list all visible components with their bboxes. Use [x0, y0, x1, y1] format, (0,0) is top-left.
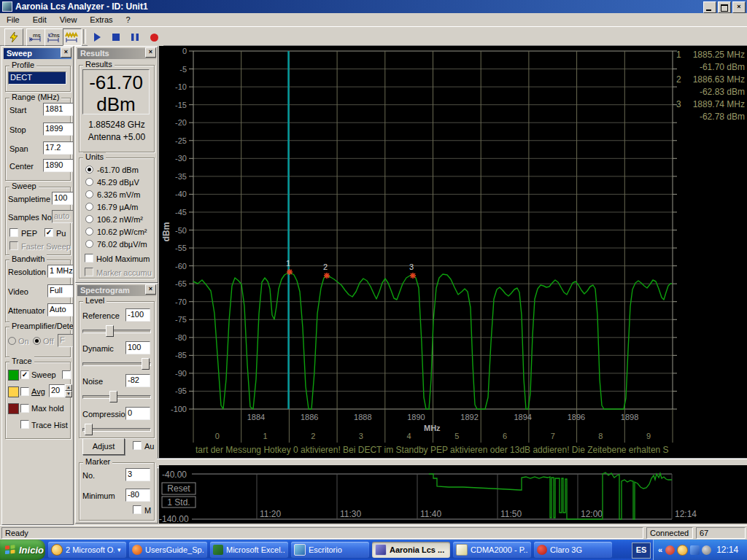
- marker-m-checkbox[interactable]: ✓: [133, 505, 142, 514]
- menu-view[interactable]: View: [53, 14, 84, 26]
- spectrogram-panel-close-icon[interactable]: ×: [145, 284, 156, 295]
- resolution-select[interactable]: 1 MHz: [47, 265, 74, 278]
- record-button[interactable]: [144, 28, 163, 46]
- y-tick-label: -15: [175, 101, 187, 109]
- taskbar-task-5[interactable]: CDMA2000 - P...: [453, 542, 531, 558]
- channel-label: 5: [454, 432, 459, 440]
- menu-extras[interactable]: Extras: [83, 14, 119, 26]
- faster-sweep-label: Faster Sweep: [21, 242, 71, 251]
- language-indicator[interactable]: ES: [632, 542, 651, 559]
- taskbar-task-4[interactable]: Aaronia Lcs ...: [372, 542, 450, 558]
- sweep-panel-close-icon[interactable]: ×: [61, 47, 71, 58]
- menu-edit[interactable]: Edit: [26, 14, 53, 26]
- trace-maxhold-checkbox[interactable]: ✓: [20, 404, 29, 413]
- compression-slider-thumb[interactable]: [85, 424, 93, 435]
- video-select[interactable]: Full: [47, 284, 74, 298]
- y-tick-label: -75: [175, 315, 187, 324]
- minimum-input[interactable]: -80: [125, 489, 150, 502]
- unit-radio-2[interactable]: [85, 190, 93, 198]
- y-tick-label: -70: [175, 298, 187, 306]
- auto-adjust-checkbox[interactable]: ✓: [133, 441, 142, 450]
- taskbar-task-6[interactable]: Claro 3G: [534, 542, 612, 558]
- pause-button[interactable]: [125, 28, 144, 46]
- task-dropdown-icon[interactable]: ▾: [117, 546, 123, 553]
- dynamic-slider[interactable]: [82, 358, 151, 368]
- unit-radio-6[interactable]: [85, 240, 93, 248]
- tray-status-icon[interactable]: [665, 545, 675, 555]
- pu-checkbox[interactable]: ✓: [44, 228, 53, 237]
- attenuator-select[interactable]: Auto: [47, 303, 74, 316]
- profile-input[interactable]: DECT: [8, 71, 66, 85]
- marker-group-label: Marker: [83, 457, 112, 466]
- taskbar-task-1[interactable]: UsersGuide_Sp...: [129, 542, 207, 558]
- unit-radio-5[interactable]: [85, 228, 93, 236]
- marker-no-input[interactable]: 3: [125, 468, 150, 481]
- tray-volume-icon[interactable]: [702, 545, 711, 555]
- results-panel-close-icon[interactable]: ×: [145, 47, 156, 58]
- adjust-button[interactable]: Adjust: [82, 438, 125, 455]
- marker-accumulate-checkbox: ✓: [85, 268, 93, 276]
- stop-input[interactable]: 1899: [43, 122, 74, 136]
- center-input[interactable]: 1890: [43, 159, 74, 172]
- taskbar-task-3[interactable]: Escritorio: [291, 542, 369, 558]
- taskbar-task-2[interactable]: Microsoft Excel...: [210, 542, 288, 558]
- tray-clock-icon[interactable]: [677, 545, 688, 556]
- taskbar-task-0[interactable]: 2 Microsoft O...▾: [48, 542, 126, 558]
- taskbar-task-label: 2 Microsoft O...: [66, 545, 115, 554]
- tray-clock[interactable]: 12:14: [716, 545, 738, 555]
- minimize-button[interactable]: [703, 1, 716, 13]
- start-input[interactable]: 1881: [43, 103, 74, 116]
- dynamic-input[interactable]: 100: [125, 341, 150, 354]
- trace-sweep-checkbox[interactable]: ✓: [20, 370, 29, 379]
- unit-radio-label-6: 76.02 dbµV/m: [97, 240, 147, 249]
- unit-radio-3[interactable]: [85, 203, 93, 211]
- avg-count-input[interactable]: 20: [49, 384, 65, 397]
- pep-checkbox[interactable]: ✓: [9, 228, 18, 237]
- stop-button[interactable]: [107, 28, 125, 46]
- hold-maximum-checkbox[interactable]: ✓: [85, 254, 93, 262]
- sampletime-input[interactable]: 100: [52, 192, 74, 205]
- unit-radio-label-5: 10.62 pW/cm²: [97, 228, 147, 236]
- trace-avg-swatch: [8, 386, 19, 397]
- restore-button[interactable]: [718, 1, 731, 13]
- reset-button-label[interactable]: Reset: [167, 483, 190, 494]
- record-icon: [150, 33, 159, 42]
- y-tick-label: -35: [175, 172, 187, 181]
- noise-slider-thumb[interactable]: [109, 391, 117, 402]
- menu-help[interactable]: ?: [120, 14, 137, 26]
- tray-network-icon[interactable]: [690, 545, 700, 555]
- unit-radio-label-2: 6.326 mV/m: [97, 190, 140, 199]
- timeline-max-label: -40.00: [162, 470, 187, 480]
- trace-hist-checkbox[interactable]: ✓: [20, 420, 29, 429]
- dynamic-slider-thumb[interactable]: [142, 358, 150, 370]
- compression-slider[interactable]: [82, 424, 151, 434]
- span-input[interactable]: 17.2: [43, 141, 74, 155]
- noise-input[interactable]: -82: [125, 374, 150, 387]
- play-button[interactable]: [88, 28, 107, 46]
- trace-sweep-extra-checkbox[interactable]: ✓: [62, 370, 71, 379]
- compression-input[interactable]: 0: [125, 407, 150, 420]
- reference-slider[interactable]: [82, 325, 151, 335]
- unit-radio-4[interactable]: [85, 215, 93, 223]
- unit-radio-0[interactable]: [85, 166, 93, 174]
- sweep-display-button[interactable]: [63, 28, 82, 46]
- hour-button-label[interactable]: 1 Std.: [167, 497, 190, 508]
- close-button[interactable]: ×: [732, 1, 746, 13]
- trace-avg-checkbox[interactable]: ✓: [20, 387, 29, 396]
- reference-input[interactable]: -100: [125, 308, 150, 322]
- connect-button[interactable]: [4, 28, 23, 46]
- dynamic-label: Dynamic: [82, 344, 114, 353]
- menu-file[interactable]: File: [0, 14, 26, 26]
- tray-chevron-icon[interactable]: «: [658, 545, 662, 554]
- sampletime2-button[interactable]: ms: [44, 28, 63, 46]
- y-tick-label: -60: [175, 262, 187, 271]
- timeline-chart[interactable]: 11:2011:3011:4011:5012:0012:14-40.00-140…: [159, 465, 747, 524]
- reference-slider-thumb[interactable]: [106, 325, 114, 337]
- avg-count-spinner[interactable]: ▲▼: [65, 384, 72, 397]
- sampletime-button[interactable]: ms: [26, 28, 45, 46]
- spectrum-chart[interactable]: 0-5-10-15-20-25-30-35-40-45-50-55-60-65-…: [159, 46, 747, 458]
- unit-radio-1[interactable]: [85, 178, 93, 186]
- x-tick-label: 1896: [568, 413, 585, 421]
- noise-slider[interactable]: [82, 391, 151, 401]
- start-button[interactable]: Inicio: [0, 540, 45, 560]
